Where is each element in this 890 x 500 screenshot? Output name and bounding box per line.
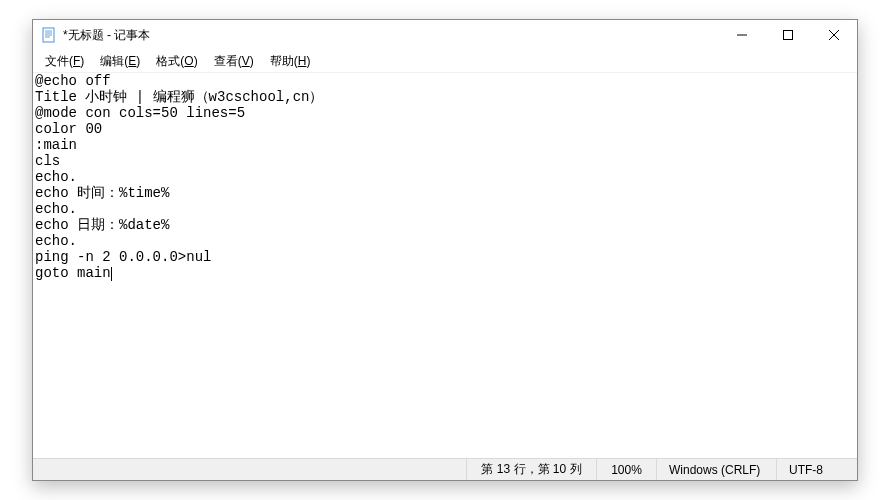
editor-line: echo. [35, 169, 855, 185]
menu-view[interactable]: 查看(V) [206, 51, 262, 72]
window-controls [719, 20, 857, 50]
status-line-ending: Windows (CRLF) [657, 459, 777, 480]
menubar: 文件(F) 编辑(E) 格式(O) 查看(V) 帮助(H) [33, 50, 857, 72]
maximize-button[interactable] [765, 20, 811, 50]
editor-line: color 00 [35, 121, 855, 137]
editor-line: ping -n 2 0.0.0.0>nul [35, 249, 855, 265]
window-title: *无标题 - 记事本 [63, 27, 150, 44]
menu-file[interactable]: 文件(F) [37, 51, 92, 72]
titlebar[interactable]: *无标题 - 记事本 [33, 20, 857, 50]
editor-line: goto main [35, 265, 855, 281]
editor-line: echo. [35, 233, 855, 249]
notepad-icon [41, 27, 57, 43]
editor-line: echo. [35, 201, 855, 217]
svg-rect-6 [784, 31, 793, 40]
text-caret [111, 267, 112, 281]
editor-line: @echo off [35, 73, 855, 89]
editor-line: echo 时间：%time% [35, 185, 855, 201]
editor-line: :main [35, 137, 855, 153]
notepad-window: *无标题 - 记事本 文件(F) 编辑(E) 格式(O) 查看(V) 帮助(H)… [32, 19, 858, 481]
menu-help[interactable]: 帮助(H) [262, 51, 319, 72]
status-zoom: 100% [597, 459, 657, 480]
editor-line: echo 日期：%date% [35, 217, 855, 233]
menu-format[interactable]: 格式(O) [148, 51, 205, 72]
editor-line: Title 小时钟 | 编程狮（w3cschool,cn） [35, 89, 855, 105]
menu-edit[interactable]: 编辑(E) [92, 51, 148, 72]
status-encoding: UTF-8 [777, 459, 857, 480]
editor-line: cls [35, 153, 855, 169]
statusbar: 第 13 行，第 10 列 100% Windows (CRLF) UTF-8 [33, 458, 857, 480]
editor-line: @mode con cols=50 lines=5 [35, 105, 855, 121]
status-cursor-position: 第 13 行，第 10 列 [467, 459, 597, 480]
statusbar-spacer [33, 459, 467, 480]
text-editor[interactable]: @echo offTitle 小时钟 | 编程狮（w3cschool,cn）@m… [33, 72, 857, 458]
close-button[interactable] [811, 20, 857, 50]
minimize-button[interactable] [719, 20, 765, 50]
